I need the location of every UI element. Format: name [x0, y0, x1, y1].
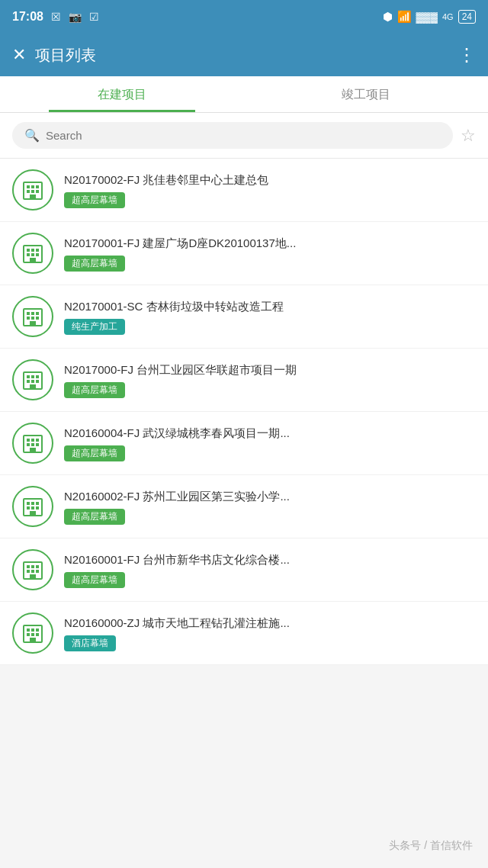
project-info: N20160001-FJ 台州市新华书店文化综合楼... 超高层幕墙: [64, 551, 476, 588]
notification-icon: ☒: [51, 11, 61, 23]
signal-icon: ▓▓▓: [416, 11, 438, 23]
svg-rect-18: [31, 312, 34, 315]
svg-rect-15: [30, 258, 36, 262]
svg-rect-37: [31, 443, 34, 446]
project-info: N20170002-FJ 兆佳巷邻里中心土建总包 超高层幕墙: [64, 172, 476, 208]
svg-rect-61: [31, 633, 34, 636]
svg-rect-25: [27, 375, 30, 378]
svg-rect-23: [30, 321, 36, 326]
svg-rect-27: [36, 375, 39, 378]
svg-rect-41: [27, 502, 30, 505]
search-bar: 🔍 ☆: [0, 113, 488, 159]
project-info: N20170001-SC 杏林街垃圾中转站改造工程 纯生产加工: [64, 298, 476, 335]
svg-rect-63: [30, 638, 36, 642]
svg-rect-34: [31, 439, 34, 442]
svg-rect-13: [31, 253, 34, 256]
project-info: N20170001-FJ 建屋广场D座DK20100137地... 超高层幕墙: [64, 235, 476, 272]
svg-rect-20: [27, 317, 30, 320]
project-icon: [12, 233, 53, 274]
svg-rect-21: [31, 317, 34, 320]
svg-rect-39: [30, 448, 36, 452]
svg-rect-29: [31, 380, 34, 383]
svg-rect-49: [27, 565, 30, 568]
project-icon: [12, 169, 53, 211]
list-item[interactable]: N20170001-FJ 建屋广场D座DK20100137地... 超高层幕墙: [0, 222, 488, 285]
svg-rect-6: [36, 190, 39, 193]
project-name: N20170001-FJ 建屋广场D座DK20100137地...: [64, 235, 476, 251]
project-info: N20160002-FJ 苏州工业园区第三实验小学... 超高层幕墙: [64, 488, 476, 525]
svg-rect-26: [31, 375, 34, 378]
list-item[interactable]: N2017000-FJ 台州工业园区华联超市项目一期 超高层幕墙: [0, 349, 488, 412]
svg-rect-5: [31, 190, 34, 193]
svg-rect-57: [27, 628, 30, 632]
tab-bar: 在建项目 竣工项目: [0, 76, 488, 113]
svg-rect-54: [36, 570, 39, 573]
image-icon: 📷: [69, 11, 82, 23]
wifi-icon: 📶: [397, 10, 412, 24]
svg-rect-22: [36, 317, 39, 320]
svg-rect-38: [36, 443, 39, 446]
battery: 24: [458, 10, 476, 24]
project-tag: 超高层幕墙: [64, 382, 125, 398]
project-icon: [12, 296, 53, 337]
close-button[interactable]: ✕: [12, 45, 26, 65]
project-tag: 超高层幕墙: [64, 445, 125, 461]
svg-rect-1: [27, 185, 30, 188]
project-list: N20170002-FJ 兆佳巷邻里中心土建总包 超高层幕墙 N20: [0, 159, 488, 665]
tab-active-projects[interactable]: 在建项目: [0, 76, 244, 112]
svg-rect-33: [27, 439, 30, 442]
bluetooth-icon: ⬢: [383, 10, 393, 24]
project-icon: [12, 486, 53, 527]
svg-rect-28: [27, 380, 30, 383]
project-icon: [12, 359, 53, 400]
watermark: 头条号 / 首信软件: [389, 839, 473, 853]
svg-rect-19: [36, 312, 39, 315]
svg-rect-55: [30, 574, 36, 579]
svg-rect-12: [27, 253, 30, 256]
status-bar: 17:08 ☒ 📷 ☑ ⬢ 📶 ▓▓▓ 4G 24: [0, 0, 488, 34]
svg-rect-42: [31, 502, 34, 505]
bookmark-icon[interactable]: ☆: [461, 126, 476, 146]
tab-completed-projects[interactable]: 竣工项目: [244, 76, 488, 112]
svg-rect-58: [31, 628, 34, 632]
list-item[interactable]: N20160000-ZJ 城市天地工程钻孔灌注桩施... 酒店幕墙: [0, 602, 488, 665]
header-left: ✕ 项目列表: [12, 45, 96, 66]
status-time: 17:08: [12, 10, 43, 24]
svg-rect-50: [31, 565, 34, 568]
svg-rect-44: [27, 506, 30, 510]
list-item[interactable]: N20170002-FJ 兆佳巷邻里中心土建总包 超高层幕墙: [0, 159, 488, 222]
svg-rect-51: [36, 565, 39, 568]
project-icon: [12, 612, 53, 654]
project-info: N20160004-FJ 武汉绿城桃李春风项目一期... 超高层幕墙: [64, 425, 476, 461]
project-tag: 超高层幕墙: [64, 572, 125, 588]
svg-rect-11: [36, 249, 39, 252]
network-type: 4G: [442, 12, 454, 21]
svg-rect-45: [31, 506, 34, 510]
svg-rect-14: [36, 253, 39, 256]
svg-rect-52: [27, 570, 30, 573]
project-tag: 酒店幕墙: [64, 635, 116, 651]
svg-rect-43: [36, 502, 39, 505]
list-item[interactable]: N20170001-SC 杏林街垃圾中转站改造工程 纯生产加工: [0, 285, 488, 349]
svg-rect-31: [30, 384, 36, 389]
svg-rect-17: [27, 312, 30, 315]
more-button[interactable]: ⋮: [458, 44, 476, 66]
project-tag: 超高层幕墙: [64, 256, 125, 272]
project-tag: 超高层幕墙: [64, 192, 125, 208]
svg-rect-2: [31, 185, 34, 188]
svg-rect-62: [36, 633, 39, 636]
svg-rect-35: [36, 439, 39, 442]
list-item[interactable]: N20160001-FJ 台州市新华书店文化综合楼... 超高层幕墙: [0, 538, 488, 602]
search-input[interactable]: [46, 129, 441, 142]
list-item[interactable]: N20160002-FJ 苏州工业园区第三实验小学... 超高层幕墙: [0, 475, 488, 538]
svg-rect-47: [30, 511, 36, 516]
search-input-wrapper: 🔍: [12, 122, 453, 149]
svg-rect-9: [27, 249, 30, 252]
app-header: ✕ 项目列表 ⋮: [0, 34, 488, 76]
project-tag: 超高层幕墙: [64, 509, 125, 525]
header-right: ⋮: [458, 44, 476, 66]
project-info: N20160000-ZJ 城市天地工程钻孔灌注桩施... 酒店幕墙: [64, 615, 476, 651]
check-icon: ☑: [89, 11, 99, 23]
list-item[interactable]: N20160004-FJ 武汉绿城桃李春风项目一期... 超高层幕墙: [0, 412, 488, 475]
project-info: N2017000-FJ 台州工业园区华联超市项目一期 超高层幕墙: [64, 362, 476, 398]
